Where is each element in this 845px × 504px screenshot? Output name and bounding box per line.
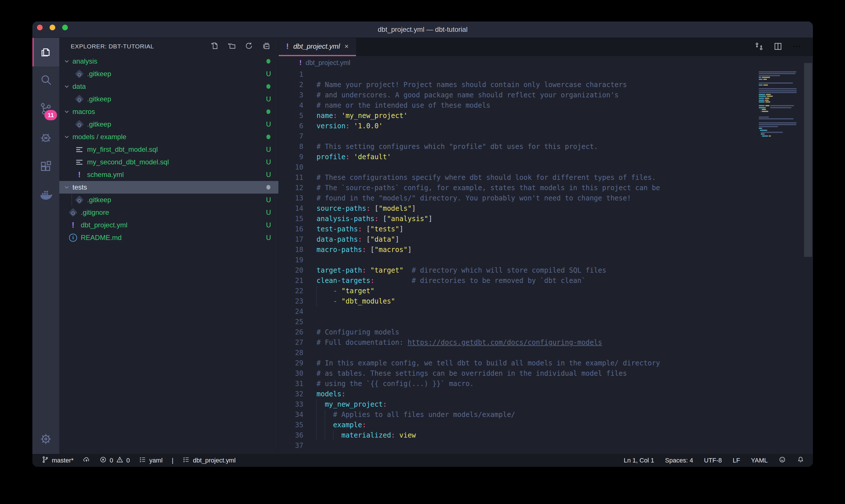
code-line-9[interactable]: 9profile: 'default' xyxy=(279,152,813,162)
tree-file--gitkeep[interactable]: .gitkeepU xyxy=(59,68,278,80)
status-encoding[interactable]: UTF-8 xyxy=(704,457,722,464)
line-number[interactable]: 34 xyxy=(279,410,303,420)
line-number[interactable]: 30 xyxy=(279,368,303,379)
line-number[interactable]: 19 xyxy=(279,255,303,265)
tree-file--gitkeep[interactable]: .gitkeepU xyxy=(59,93,278,105)
status-language-mode[interactable]: YAML xyxy=(751,457,768,464)
code-line-26[interactable]: 26# Configuring models xyxy=(279,327,813,337)
code-line-6[interactable]: 6version: '1.0.0' xyxy=(279,121,813,131)
code-line-17[interactable]: 17data-paths: ["data"] xyxy=(279,234,813,245)
status-language-task[interactable]: yaml xyxy=(139,456,162,465)
code-line-16[interactable]: 16test-paths: ["tests"] xyxy=(279,224,813,234)
activity-docker[interactable] xyxy=(32,181,59,210)
line-number[interactable]: 11 xyxy=(279,173,303,183)
code-line-12[interactable]: 12# The `source-paths` config, for examp… xyxy=(279,183,813,193)
code-line-5[interactable]: 5name: 'my_new_project' xyxy=(279,110,813,121)
line-number[interactable]: 12 xyxy=(279,183,303,193)
scrollbar-thumb[interactable] xyxy=(804,63,812,257)
tree-file-dbt-project-yml[interactable]: !dbt_project.ymlU xyxy=(59,219,278,231)
status-feedback[interactable] xyxy=(778,456,786,465)
line-number[interactable]: 18 xyxy=(279,245,303,255)
status-indentation[interactable]: Spaces: 4 xyxy=(665,457,693,464)
line-number[interactable]: 36 xyxy=(279,430,303,440)
code-line-1[interactable]: 1 xyxy=(279,69,813,79)
code-line-10[interactable]: 10 xyxy=(279,162,813,173)
tree-file-my-second-dbt-model-sql[interactable]: my_second_dbt_model.sqlU xyxy=(59,156,278,168)
code-line-4[interactable]: 4# name or the intended use of these mod… xyxy=(279,100,813,110)
split-editor-button[interactable] xyxy=(773,42,783,52)
line-number[interactable]: 27 xyxy=(279,337,303,348)
more-button[interactable] xyxy=(792,42,802,52)
code-line-14[interactable]: 14source-paths: ["models"] xyxy=(279,203,813,214)
code-line-37[interactable]: 37 xyxy=(279,440,813,451)
minimap[interactable] xyxy=(759,69,796,139)
activity-debug[interactable] xyxy=(32,124,59,152)
tree-file-my-first-dbt-model-sql[interactable]: my_first_dbt_model.sqlU xyxy=(59,143,278,156)
line-number[interactable]: 20 xyxy=(279,265,303,275)
line-number[interactable]: 21 xyxy=(279,275,303,286)
line-number[interactable]: 29 xyxy=(279,358,303,368)
code-line-19[interactable]: 19 xyxy=(279,255,813,265)
code-line-30[interactable]: 30# as tables. These settings can be ove… xyxy=(279,368,813,379)
code-line-13[interactable]: 13# found in the "models/" directory. Yo… xyxy=(279,193,813,203)
code-line-8[interactable]: 8# This setting configures which "profil… xyxy=(279,142,813,152)
compare-button[interactable] xyxy=(754,42,763,52)
status-problems[interactable]: 00 xyxy=(100,456,130,465)
code-line-27[interactable]: 27# Full documentation: https://docs.get… xyxy=(279,337,813,348)
line-number[interactable]: 4 xyxy=(279,100,303,110)
status-publish-changes[interactable] xyxy=(83,456,90,465)
line-number[interactable]: 28 xyxy=(279,348,303,358)
tab-dbt-project-yml[interactable]: ! dbt_project.yml × xyxy=(279,38,356,56)
code-line-32[interactable]: 32models: xyxy=(279,389,813,399)
line-number[interactable]: 25 xyxy=(279,317,303,327)
activity-source-control[interactable]: 11 xyxy=(32,95,59,124)
activity-extensions[interactable] xyxy=(32,152,59,181)
status-git-branch[interactable]: master* xyxy=(41,456,74,465)
code-line-15[interactable]: 15analysis-paths: ["analysis"] xyxy=(279,214,813,224)
line-number[interactable]: 35 xyxy=(279,420,303,430)
line-number[interactable]: 26 xyxy=(279,327,303,337)
status-file-task[interactable]: dbt_project.yml xyxy=(182,456,235,465)
new-folder-button[interactable] xyxy=(228,41,236,52)
line-number[interactable]: 7 xyxy=(279,131,303,142)
line-number[interactable]: 15 xyxy=(279,214,303,224)
code-line-35[interactable]: 35 example: xyxy=(279,420,813,430)
code-line-20[interactable]: 20target-path: "target" # directory whic… xyxy=(279,265,813,275)
line-number[interactable]: 32 xyxy=(279,389,303,399)
code-line-24[interactable]: 24 xyxy=(279,306,813,317)
activity-files[interactable] xyxy=(32,38,59,67)
line-number[interactable]: 10 xyxy=(279,162,303,173)
line-number[interactable]: 31 xyxy=(279,379,303,389)
code-editor[interactable]: 12# Name your project! Project names sho… xyxy=(279,69,813,454)
code-line-25[interactable]: 25 xyxy=(279,317,813,327)
activity-search[interactable] xyxy=(32,67,59,95)
code-line-28[interactable]: 28 xyxy=(279,348,813,358)
line-number[interactable]: 37 xyxy=(279,440,303,451)
code-line-22[interactable]: 22 - "target" xyxy=(279,286,813,296)
code-line-29[interactable]: 29# In this example config, we tell dbt … xyxy=(279,358,813,368)
breadcrumb[interactable]: ! dbt_project.yml xyxy=(279,56,813,69)
tree-file--gitkeep[interactable]: .gitkeepU xyxy=(59,118,278,130)
code-line-3[interactable]: 3# and underscores. A good package name … xyxy=(279,90,813,100)
tree-file--gitignore[interactable]: .gitignoreU xyxy=(59,206,278,219)
line-number[interactable]: 1 xyxy=(279,69,303,79)
tree-folder-macros[interactable]: macros xyxy=(59,105,278,118)
status-eol[interactable]: LF xyxy=(733,457,740,464)
line-number[interactable]: 33 xyxy=(279,399,303,410)
line-number[interactable]: 13 xyxy=(279,193,303,203)
line-number[interactable]: 6 xyxy=(279,121,303,131)
tree-folder-data[interactable]: data xyxy=(59,80,278,93)
tree-file-schema-yml[interactable]: !schema.ymlU xyxy=(59,168,278,181)
line-number[interactable]: 9 xyxy=(279,152,303,162)
line-number[interactable]: 8 xyxy=(279,142,303,152)
code-line-11[interactable]: 11# These configurations specify where d… xyxy=(279,173,813,183)
code-line-7[interactable]: 7 xyxy=(279,131,813,142)
line-number[interactable]: 22 xyxy=(279,286,303,296)
line-number[interactable]: 24 xyxy=(279,306,303,317)
line-number[interactable]: 3 xyxy=(279,90,303,100)
code-line-34[interactable]: 34 # Applies to all files under models/e… xyxy=(279,410,813,420)
line-number[interactable]: 16 xyxy=(279,224,303,234)
tree-folder-analysis[interactable]: analysis xyxy=(59,55,278,68)
new-file-button[interactable] xyxy=(210,41,219,52)
code-line-2[interactable]: 2# Name your project! Project names shou… xyxy=(279,79,813,90)
